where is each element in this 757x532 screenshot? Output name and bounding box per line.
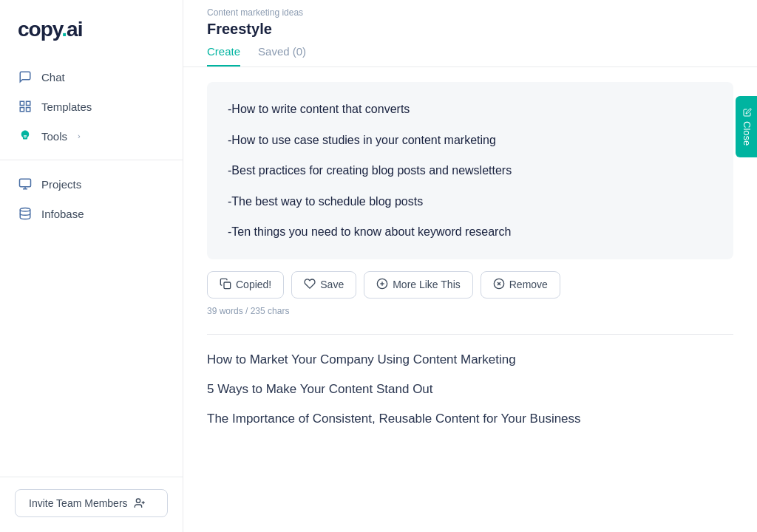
sidebar-item-templates[interactable]: Templates [0,92,183,121]
heart-icon [304,278,316,292]
word-count: 39 words / 235 chars [207,306,733,316]
page-title: Freestyle [207,21,306,38]
breadcrumb: Content marketing ideas [207,7,306,18]
svg-rect-1 [27,101,30,105]
second-section: How to Market Your Company Using Content… [207,334,733,426]
svg-rect-4 [20,179,31,187]
svg-rect-9 [224,282,231,289]
svg-rect-2 [20,108,24,112]
sidebar-nav: Chat Templates Tools › [0,56,183,477]
projects-icon [18,177,33,191]
result-card: -How to write content that converts -How… [207,82,733,259]
result-item-3: -The best way to schedule blog posts [228,192,713,211]
sidebar-item-projects[interactable]: Projects [0,169,183,199]
sidebar-item-tools[interactable]: Tools › [0,121,183,151]
invite-team-button[interactable]: Invite Team Members [15,489,168,517]
more-like-this-label: More Like This [393,279,461,290]
remove-label: Remove [509,279,548,290]
list-item-2[interactable]: The Importance of Consistent, Reusable C… [207,412,733,426]
logo-dot: . [61,18,67,41]
save-button[interactable]: Save [291,271,356,299]
close-panel-button[interactable]: Close [736,96,757,157]
card-actions: Copied! Save [207,271,733,299]
plus-circle-icon [376,278,388,292]
sidebar-tools-label: Tools [41,130,67,143]
invite-icon [134,497,146,509]
more-like-this-button[interactable]: More Like This [364,271,473,299]
tools-chevron-icon: › [78,132,81,140]
close-panel-label: Close [741,121,753,146]
tab-saved[interactable]: Saved (0) [258,45,306,66]
app-logo: copy.ai [0,0,183,56]
chat-icon [18,69,33,84]
copied-button[interactable]: Copied! [207,271,284,299]
copied-label: Copied! [236,279,271,290]
x-circle-icon [493,278,505,292]
result-item-0: -How to write content that converts [228,100,713,119]
sidebar-templates-label: Templates [41,100,92,113]
save-label: Save [320,279,344,290]
sidebar-infobase-label: Infobase [41,208,84,220]
svg-point-6 [136,499,140,502]
sidebar-item-chat[interactable]: Chat [0,62,183,92]
list-item-0[interactable]: How to Market Your Company Using Content… [207,352,733,367]
sidebar-bottom: Invite Team Members [0,477,183,532]
main-content: Content marketing ideas Freestyle Create… [183,0,757,532]
result-item-2: -Best practices for creating blog posts … [228,161,713,180]
page-header: Content marketing ideas Freestyle Create… [183,0,757,67]
templates-icon [18,99,33,114]
copy-icon [220,278,231,292]
remove-button[interactable]: Remove [481,271,560,299]
pencil-icon [743,108,752,117]
sidebar-projects-label: Projects [41,178,81,191]
sidebar-chat-label: Chat [41,71,65,83]
sidebar-item-infobase[interactable]: Infobase [0,199,183,228]
svg-point-5 [20,208,30,212]
content-area: -How to write content that converts -How… [183,67,757,532]
result-item-1: -How to use case studies in your content… [228,131,713,150]
invite-btn-label: Invite Team Members [29,497,128,509]
tools-icon [18,129,33,143]
svg-rect-3 [27,108,30,112]
result-item-4: -Ten things you need to know about keywo… [228,222,713,242]
header-left: Content marketing ideas Freestyle Create… [207,7,306,66]
sidebar-divider [0,160,183,160]
svg-rect-0 [20,101,24,105]
header-tabs: Create Saved (0) [207,45,306,66]
sidebar: copy.ai Chat Templates [0,0,183,532]
list-item-1[interactable]: 5 Ways to Make Your Content Stand Out [207,382,733,397]
tab-create[interactable]: Create [207,45,240,66]
infobase-icon [18,206,33,221]
